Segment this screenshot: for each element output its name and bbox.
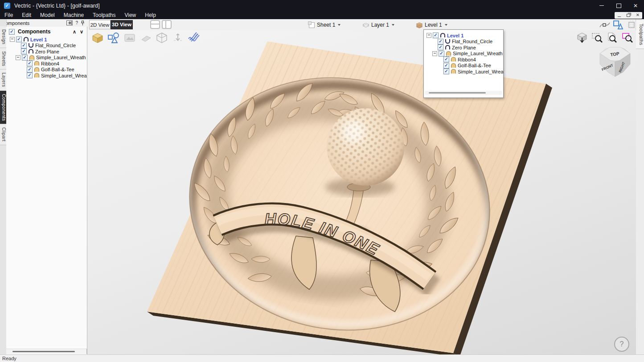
minimize-button[interactable]: [593, 0, 610, 11]
chevron-down-icon: [338, 24, 340, 26]
zoom-selection-icon[interactable]: [621, 32, 633, 44]
menu-view[interactable]: View: [120, 11, 140, 19]
u-shape-component-icon: [445, 39, 451, 44]
side-tab-components[interactable]: Components: [0, 91, 6, 125]
tree-row[interactable]: ✓Zero Plane: [424, 45, 503, 51]
split-horizontal-icon[interactable]: [150, 20, 160, 29]
tree-visibility-checkbox[interactable]: ✓: [27, 73, 33, 78]
components-panel-header: Components ?: [0, 19, 88, 27]
texture-lines-icon[interactable]: [187, 32, 200, 44]
tree-visibility-checkbox[interactable]: ✓: [21, 43, 27, 49]
maximize-button[interactable]: [610, 0, 627, 11]
zoom-box-icon[interactable]: [591, 32, 603, 44]
sheet-dropdown[interactable]: Sheet 1: [308, 20, 340, 29]
side-tab-layers[interactable]: Layers: [0, 69, 6, 90]
tree-visibility-checkbox[interactable]: ✓: [433, 33, 439, 38]
zoom-drawing-icon[interactable]: [606, 32, 618, 44]
tree-visibility-checkbox[interactable]: ✓: [443, 57, 449, 62]
material-block-icon[interactable]: [91, 32, 104, 44]
tab-2d-view[interactable]: 2D View: [89, 20, 111, 29]
tree-expand-toggle[interactable]: [16, 55, 21, 60]
menu-model[interactable]: Model: [36, 11, 59, 19]
tree-expand-toggle[interactable]: [427, 33, 431, 38]
tree-visibility-checkbox[interactable]: ✓: [22, 55, 28, 61]
help-button[interactable]: ?: [614, 337, 629, 352]
tree-visibility-checkbox[interactable]: ✓: [443, 63, 449, 69]
menu-help[interactable]: Help: [140, 11, 160, 19]
tree-visibility-checkbox[interactable]: ✓: [27, 61, 33, 66]
view-cube[interactable]: TOP FRONT RIGHT: [596, 45, 634, 80]
floating-components-panel[interactable]: ✓Level 1✓Flat_Round_Circle✓Zero Plane✓Si…: [423, 29, 504, 98]
tree-row[interactable]: ✓Golf-Ball-&-Tee: [424, 63, 503, 69]
close-button[interactable]: ✕: [627, 0, 644, 11]
tree-row[interactable]: ✓Simple_Laurel_Wreath: [424, 69, 503, 75]
side-tab-design[interactable]: Design: [0, 26, 6, 48]
scrollbar-thumb[interactable]: [12, 351, 75, 352]
tab-3d-view[interactable]: 3D View: [111, 20, 133, 29]
tree-row[interactable]: ✓Flat_Round_Circle: [424, 39, 503, 45]
tree-visibility-checkbox[interactable]: ✓: [16, 37, 22, 42]
flat-plane-icon[interactable]: [139, 32, 152, 44]
tree-visibility-checkbox[interactable]: ✓: [27, 67, 33, 73]
doc-restore-button[interactable]: [626, 12, 631, 18]
tree-row[interactable]: ✓Golf-Ball-&-Tee: [6, 67, 87, 73]
tree-row[interactable]: ✓Ribbon4: [424, 57, 503, 63]
tree-visibility-checkbox[interactable]: ✓: [438, 39, 443, 45]
level-dropdown[interactable]: Level 1: [415, 20, 447, 29]
vector-shapes-icon[interactable]: [107, 32, 120, 44]
tree-row[interactable]: ✓Level 1: [424, 33, 503, 39]
help-icon[interactable]: ?: [75, 20, 78, 25]
tree-expand-toggle[interactable]: [10, 37, 15, 42]
tree-expand-toggle[interactable]: [432, 51, 437, 56]
tree-visibility-checkbox[interactable]: ✓: [21, 49, 27, 54]
scrollbar-thumb[interactable]: [429, 92, 486, 94]
tree-visibility-checkbox[interactable]: ✓: [439, 51, 444, 57]
menu-toolpaths[interactable]: Toolpaths: [88, 11, 120, 19]
arch-gold-component-icon: [451, 57, 456, 62]
tree-row[interactable]: ✓Level 1: [6, 37, 87, 43]
layer-dropdown[interactable]: Layer 1: [362, 20, 394, 29]
doc-minimize-button[interactable]: [616, 12, 622, 18]
move-down-icon[interactable]: ∨: [80, 29, 83, 35]
side-tab-toolpaths[interactable]: Toolpaths: [636, 20, 644, 49]
image-icon[interactable]: [123, 32, 136, 44]
arch-gold-component-icon: [451, 69, 456, 74]
wireframe-cube-icon[interactable]: [155, 32, 168, 44]
doc-close-button[interactable]: ✕: [635, 12, 640, 18]
tree-row[interactable]: ✓Zero Plane: [6, 49, 87, 55]
tree-label: Level 1: [447, 33, 464, 38]
menu-edit[interactable]: Edit: [17, 11, 36, 19]
split-vertical-icon[interactable]: [162, 20, 172, 29]
side-tab-clipart[interactable]: Clipart: [0, 124, 6, 145]
tree-row[interactable]: ✓Ribbon4: [6, 61, 87, 67]
tree-row[interactable]: ✓Simple_Laurel_Wreath: [6, 73, 87, 79]
arch-outline-component-icon: [445, 45, 451, 50]
tree-visibility-checkbox[interactable]: ✓: [443, 69, 449, 74]
tree-label: Ribbon4: [41, 61, 59, 66]
floating-panel-scrollbar[interactable]: [425, 91, 502, 95]
zoom-extents-cube-icon[interactable]: [576, 32, 588, 44]
move-up-icon[interactable]: ∧: [73, 29, 76, 35]
dock-panel-icon[interactable]: [66, 20, 73, 25]
tree-row[interactable]: ✓Flat_Round_Circle: [6, 43, 87, 49]
components-master-checkbox[interactable]: ✓: [9, 29, 15, 35]
tree-label: Zero Plane: [452, 45, 476, 50]
sheet-icon: [308, 21, 315, 28]
tree-visibility-checkbox[interactable]: ✓: [438, 45, 443, 50]
tree-row[interactable]: ✓Simple_Laurel_Wreath - Gro: [6, 55, 87, 61]
panel-horizontal-scrollbar[interactable]: [6, 349, 87, 354]
shape-snap-icon[interactable]: [613, 20, 623, 30]
pin-icon[interactable]: [81, 20, 85, 26]
menu-machine[interactable]: Machine: [59, 11, 88, 19]
set-origin-icon[interactable]: [171, 32, 184, 44]
level-icon: [415, 21, 423, 28]
bezier-node-icon[interactable]: [599, 20, 610, 30]
side-tab-sheets[interactable]: Sheets: [0, 48, 6, 70]
statusbar: Ready: [0, 354, 644, 362]
sheet-dropdown-label: Sheet 1: [317, 22, 335, 28]
titlebar: ✓ Vectric - {Vectric Ltd} - [golf-award]…: [0, 0, 644, 11]
tree-row[interactable]: ✓Simple_Laurel_Wreath - Gro: [424, 51, 503, 57]
3d-viewport-canvas[interactable]: HOLE IN ONE: [87, 30, 636, 354]
app-logo-icon: ✓: [4, 3, 10, 9]
menu-file[interactable]: File: [0, 11, 17, 19]
